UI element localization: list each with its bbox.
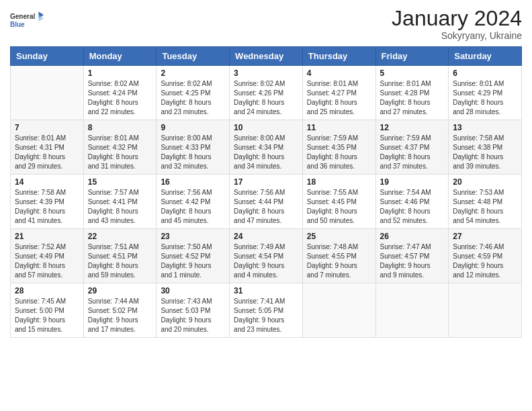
day-info: Sunrise: 7:41 AM Sunset: 5:05 PM Dayligh… xyxy=(234,297,298,334)
calendar-day-header: Monday xyxy=(83,47,157,66)
day-info: Sunrise: 8:01 AM Sunset: 4:32 PM Dayligh… xyxy=(88,134,152,171)
day-number: 9 xyxy=(161,123,225,132)
calendar-header-row: SundayMondayTuesdayWednesdayThursdayFrid… xyxy=(11,47,522,66)
day-number: 26 xyxy=(380,232,445,241)
day-info: Sunrise: 7:54 AM Sunset: 4:46 PM Dayligh… xyxy=(380,188,445,226)
calendar-day-cell: 25Sunrise: 7:48 AM Sunset: 4:55 PM Dayli… xyxy=(302,229,375,283)
day-info: Sunrise: 7:59 AM Sunset: 4:37 PM Dayligh… xyxy=(380,134,445,171)
day-info: Sunrise: 7:52 AM Sunset: 4:49 PM Dayligh… xyxy=(15,242,79,280)
day-number: 27 xyxy=(453,232,517,241)
calendar-day-cell xyxy=(375,283,449,338)
day-number: 7 xyxy=(15,123,79,132)
calendar-day-cell: 1Sunrise: 8:02 AM Sunset: 4:24 PM Daylig… xyxy=(83,66,157,120)
calendar-week-row: 14Sunrise: 7:58 AM Sunset: 4:39 PM Dayli… xyxy=(11,175,522,229)
day-number: 21 xyxy=(15,232,79,241)
day-number: 2 xyxy=(161,68,225,78)
calendar-day-cell: 14Sunrise: 7:58 AM Sunset: 4:39 PM Dayli… xyxy=(11,175,84,229)
day-info: Sunrise: 8:01 AM Sunset: 4:28 PM Dayligh… xyxy=(380,79,445,117)
calendar-day-cell: 8Sunrise: 8:01 AM Sunset: 4:32 PM Daylig… xyxy=(83,120,157,175)
calendar-day-cell: 27Sunrise: 7:46 AM Sunset: 4:59 PM Dayli… xyxy=(449,229,522,283)
day-info: Sunrise: 7:44 AM Sunset: 5:02 PM Dayligh… xyxy=(88,297,152,334)
calendar-day-cell: 29Sunrise: 7:44 AM Sunset: 5:02 PM Dayli… xyxy=(83,283,157,338)
day-number: 30 xyxy=(161,286,225,295)
day-info: Sunrise: 8:00 AM Sunset: 4:33 PM Dayligh… xyxy=(161,134,225,171)
calendar-day-cell: 15Sunrise: 7:57 AM Sunset: 4:41 PM Dayli… xyxy=(83,175,157,229)
calendar-day-cell: 10Sunrise: 8:00 AM Sunset: 4:34 PM Dayli… xyxy=(230,120,303,175)
calendar-day-cell: 19Sunrise: 7:54 AM Sunset: 4:46 PM Dayli… xyxy=(375,175,449,229)
calendar-day-header: Friday xyxy=(375,47,449,66)
day-info: Sunrise: 7:59 AM Sunset: 4:35 PM Dayligh… xyxy=(307,134,371,171)
day-info: Sunrise: 7:56 AM Sunset: 4:42 PM Dayligh… xyxy=(161,188,225,226)
calendar-day-cell: 31Sunrise: 7:41 AM Sunset: 5:05 PM Dayli… xyxy=(230,283,303,338)
day-info: Sunrise: 8:02 AM Sunset: 4:26 PM Dayligh… xyxy=(234,79,298,117)
day-number: 16 xyxy=(161,177,225,187)
day-number: 1 xyxy=(88,68,152,78)
calendar-week-row: 28Sunrise: 7:45 AM Sunset: 5:00 PM Dayli… xyxy=(11,283,522,338)
day-info: Sunrise: 7:58 AM Sunset: 4:39 PM Dayligh… xyxy=(15,188,79,226)
day-info: Sunrise: 7:51 AM Sunset: 4:51 PM Dayligh… xyxy=(88,242,152,280)
calendar-day-cell: 18Sunrise: 7:55 AM Sunset: 4:45 PM Dayli… xyxy=(302,175,375,229)
day-info: Sunrise: 7:46 AM Sunset: 4:59 PM Dayligh… xyxy=(453,242,517,280)
day-info: Sunrise: 7:56 AM Sunset: 4:44 PM Dayligh… xyxy=(234,188,298,226)
day-number: 12 xyxy=(380,123,445,132)
day-number: 3 xyxy=(234,68,298,78)
calendar-day-cell: 4Sunrise: 8:01 AM Sunset: 4:27 PM Daylig… xyxy=(302,66,375,120)
day-info: Sunrise: 8:00 AM Sunset: 4:34 PM Dayligh… xyxy=(234,134,298,171)
calendar-week-row: 21Sunrise: 7:52 AM Sunset: 4:49 PM Dayli… xyxy=(11,229,522,283)
calendar-day-cell: 13Sunrise: 7:58 AM Sunset: 4:38 PM Dayli… xyxy=(449,120,522,175)
day-info: Sunrise: 7:47 AM Sunset: 4:57 PM Dayligh… xyxy=(380,242,445,280)
day-info: Sunrise: 7:53 AM Sunset: 4:48 PM Dayligh… xyxy=(453,188,517,226)
calendar-day-cell: 5Sunrise: 8:01 AM Sunset: 4:28 PM Daylig… xyxy=(375,66,449,120)
svg-text:Blue: Blue xyxy=(10,21,25,28)
day-number: 24 xyxy=(234,232,298,241)
day-number: 4 xyxy=(307,68,371,78)
page-header: General Blue January 2024 Sokyryany, Ukr… xyxy=(10,7,522,41)
day-info: Sunrise: 7:43 AM Sunset: 5:03 PM Dayligh… xyxy=(161,297,225,334)
calendar-table: SundayMondayTuesdayWednesdayThursdayFrid… xyxy=(10,46,522,338)
day-info: Sunrise: 7:49 AM Sunset: 4:54 PM Dayligh… xyxy=(234,242,298,280)
calendar-day-cell: 12Sunrise: 7:59 AM Sunset: 4:37 PM Dayli… xyxy=(375,120,449,175)
title-block: January 2024 Sokyryany, Ukraine xyxy=(392,7,522,41)
day-number: 29 xyxy=(88,286,152,295)
calendar-day-header: Saturday xyxy=(449,47,522,66)
calendar-day-header: Tuesday xyxy=(157,47,230,66)
subtitle: Sokyryany, Ukraine xyxy=(392,30,522,41)
day-number: 8 xyxy=(88,123,152,132)
day-number: 6 xyxy=(453,68,517,78)
day-number: 5 xyxy=(380,68,445,78)
day-info: Sunrise: 8:02 AM Sunset: 4:25 PM Dayligh… xyxy=(161,79,225,117)
calendar-day-cell: 16Sunrise: 7:56 AM Sunset: 4:42 PM Dayli… xyxy=(157,175,230,229)
day-info: Sunrise: 7:57 AM Sunset: 4:41 PM Dayligh… xyxy=(88,188,152,226)
day-number: 11 xyxy=(307,123,371,132)
day-number: 20 xyxy=(453,177,517,187)
calendar-day-cell: 6Sunrise: 8:01 AM Sunset: 4:29 PM Daylig… xyxy=(449,66,522,120)
day-number: 13 xyxy=(453,123,517,132)
day-info: Sunrise: 7:45 AM Sunset: 5:00 PM Dayligh… xyxy=(15,297,79,334)
logo: General Blue xyxy=(10,7,44,34)
calendar-day-cell: 30Sunrise: 7:43 AM Sunset: 5:03 PM Dayli… xyxy=(157,283,230,338)
day-info: Sunrise: 8:01 AM Sunset: 4:29 PM Dayligh… xyxy=(453,79,517,117)
svg-text:General: General xyxy=(10,13,35,20)
calendar-week-row: 1Sunrise: 8:02 AM Sunset: 4:24 PM Daylig… xyxy=(11,66,522,120)
day-number: 22 xyxy=(88,232,152,241)
calendar-day-cell: 21Sunrise: 7:52 AM Sunset: 4:49 PM Dayli… xyxy=(11,229,84,283)
calendar-day-cell xyxy=(449,283,522,338)
calendar-day-cell: 23Sunrise: 7:50 AM Sunset: 4:52 PM Dayli… xyxy=(157,229,230,283)
day-number: 23 xyxy=(161,232,225,241)
day-number: 28 xyxy=(15,286,79,295)
calendar-day-cell: 24Sunrise: 7:49 AM Sunset: 4:54 PM Dayli… xyxy=(230,229,303,283)
calendar-day-cell: 22Sunrise: 7:51 AM Sunset: 4:51 PM Dayli… xyxy=(83,229,157,283)
calendar-day-cell: 7Sunrise: 8:01 AM Sunset: 4:31 PM Daylig… xyxy=(11,120,84,175)
calendar-day-cell: 11Sunrise: 7:59 AM Sunset: 4:35 PM Dayli… xyxy=(302,120,375,175)
calendar-day-header: Sunday xyxy=(11,47,84,66)
day-info: Sunrise: 8:02 AM Sunset: 4:24 PM Dayligh… xyxy=(88,79,152,117)
day-number: 19 xyxy=(380,177,445,187)
calendar-day-header: Wednesday xyxy=(230,47,303,66)
day-number: 10 xyxy=(234,123,298,132)
day-number: 25 xyxy=(307,232,371,241)
day-number: 17 xyxy=(234,177,298,187)
calendar-day-cell xyxy=(302,283,375,338)
calendar-day-cell: 26Sunrise: 7:47 AM Sunset: 4:57 PM Dayli… xyxy=(375,229,449,283)
calendar-day-cell: 9Sunrise: 8:00 AM Sunset: 4:33 PM Daylig… xyxy=(157,120,230,175)
day-number: 31 xyxy=(234,286,298,295)
